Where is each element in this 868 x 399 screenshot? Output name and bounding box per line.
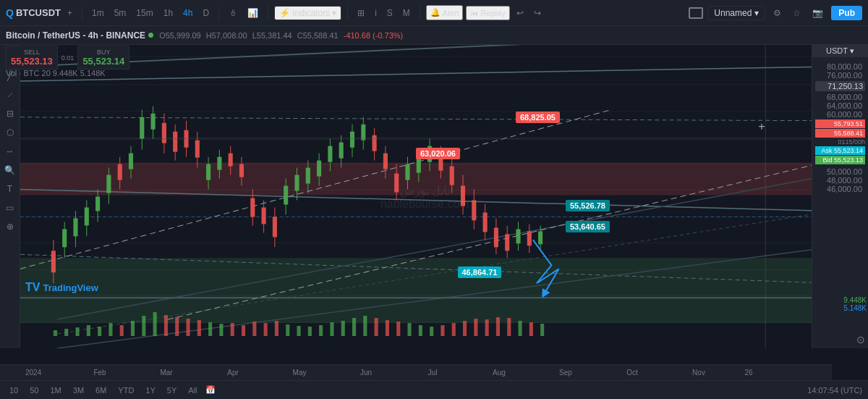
alert-icon: 🔔 (430, 8, 441, 17)
svg-rect-156 (529, 322, 533, 336)
time-26: 26 (744, 369, 752, 377)
camera-button[interactable]: 📷 (809, 7, 827, 20)
time-sep: Sep (559, 369, 572, 377)
spread-display: 0.01 (59, 46, 77, 70)
svg-rect-157 (540, 324, 544, 336)
buy-price: 55,523.14 (82, 56, 124, 67)
publish-button[interactable]: Pub (831, 6, 862, 20)
svg-rect-141 (363, 316, 367, 336)
layout-grid-button[interactable]: ⊞ (354, 7, 368, 20)
bar-type-button[interactable]: 📊 (244, 7, 262, 20)
s-button[interactable]: S (383, 7, 396, 20)
svg-rect-66 (284, 186, 288, 205)
svg-rect-24 (51, 251, 56, 272)
tf-3m[interactable]: 3M (69, 385, 88, 395)
price-label-55526: 55,526.78 (566, 200, 610, 211)
red-zone (20, 163, 832, 196)
tf-10[interactable]: 10 (6, 385, 22, 395)
i-button[interactable]: i (371, 7, 380, 20)
buy-box[interactable]: BUY 55,523.14 (77, 46, 129, 70)
symbol-full-name: Bitcoin / TetherUS - 4h - BINANCE (6, 30, 153, 41)
tf-all[interactable]: All (184, 385, 200, 395)
add-symbol-button[interactable]: + (64, 7, 76, 20)
vol-right-1: 9.448K (843, 296, 867, 304)
bottom-bar: 10 50 1M 3M 6M YTD 1Y 5Y All 📅 14:07:54 … (0, 380, 868, 399)
pattern-tool[interactable]: ⬡ (2, 125, 18, 140)
measure-tool[interactable]: ↔ (2, 143, 18, 159)
svg-rect-150 (463, 321, 467, 336)
svg-rect-145 (408, 323, 412, 336)
svg-rect-104 (494, 227, 498, 247)
shape-tool[interactable]: ▭ (2, 200, 18, 216)
time-mar: Mar (160, 369, 172, 377)
redo-button[interactable]: ↪ (530, 7, 545, 20)
tf-50[interactable]: 50 (26, 385, 42, 395)
calendar-icon[interactable]: 📅 (205, 385, 216, 395)
svg-rect-86 (394, 174, 399, 193)
settings-button[interactable]: ⚙ (770, 7, 785, 20)
star-button[interactable]: ☆ (789, 7, 804, 20)
timeframe-4h[interactable]: 4h (179, 7, 196, 20)
svg-rect-46 (173, 132, 177, 152)
undo-button[interactable]: ↩ (513, 7, 527, 20)
svg-rect-148 (441, 325, 444, 336)
tf-ytd[interactable]: YTD (114, 385, 137, 395)
top-toolbar: Q BTCUSDT + 1m 5m 15m 1h 4h D 🕯 📊 ⚡ Indi… (0, 0, 868, 26)
svg-rect-32 (95, 197, 100, 211)
star-icon: ☆ (793, 8, 801, 18)
svg-rect-78 (350, 132, 354, 148)
fib-tool[interactable]: ⊟ (2, 106, 18, 122)
chart-type-button[interactable]: 🕯 (225, 7, 241, 20)
tf-1y[interactable]: 1Y (142, 385, 158, 395)
svg-rect-64 (273, 217, 277, 237)
timeframe-1m[interactable]: 1m (88, 7, 108, 20)
high-value: H57,008.00 (206, 31, 247, 40)
grid-icon: ⊞ (357, 8, 365, 18)
svg-rect-62 (262, 207, 266, 224)
open-value: O55,999.09 (159, 31, 201, 40)
tf-6m[interactable]: 6M (92, 385, 110, 395)
svg-line-12 (20, 67, 832, 81)
ohlc-data: O55,999.09 H57,008.00 L55,381.44 C55,588… (159, 31, 406, 40)
svg-rect-96 (450, 167, 454, 185)
price-label-68825: 68,825.05 (516, 112, 560, 123)
separator-4 (347, 6, 348, 20)
svg-rect-153 (496, 317, 500, 336)
svg-text:+: + (758, 119, 765, 133)
tf-1m[interactable]: 1M (47, 385, 65, 395)
price-axis: USDT ▾ 80,000.00 76,000.00 71,250.13 68,… (812, 45, 868, 348)
separator-1 (82, 6, 82, 20)
replay-button[interactable]: ⏮ Replay (466, 6, 509, 20)
tv-logo-text: TradingView (43, 282, 98, 293)
indicators-button[interactable]: ⚡ Indicators ▾ (274, 6, 341, 20)
symbol-selector[interactable]: Q BTCUSDT (6, 7, 61, 19)
text-tool[interactable]: T (2, 181, 18, 197)
timestamp: 14:07:54 (UTC) (807, 386, 862, 395)
chart-area[interactable]: + 68,825.05 63,020.06 55,526.78 53,640.6… (0, 45, 832, 348)
fullscreen-icon[interactable] (689, 7, 703, 19)
channel-tool[interactable]: ⟋ (2, 87, 18, 103)
timeframe-D[interactable]: D (199, 7, 213, 20)
m-button[interactable]: M (399, 7, 414, 20)
svg-rect-142 (375, 318, 378, 336)
timeframe-15m[interactable]: 15m (132, 7, 156, 20)
currency-label[interactable]: USDT ▾ (812, 45, 868, 58)
svg-rect-144 (396, 322, 400, 336)
price-50k: 50,000.00 (815, 167, 865, 176)
svg-rect-80 (361, 125, 365, 140)
sell-box[interactable]: SELL 55,523.13 (6, 46, 58, 70)
svg-rect-115 (76, 327, 80, 336)
magnet-tool[interactable]: ⊕ (2, 219, 18, 235)
timeframe-5m[interactable]: 5m (111, 7, 130, 20)
tf-5y[interactable]: 5Y (163, 385, 180, 395)
target-icon[interactable]: ⊙ (856, 334, 865, 345)
alert-button[interactable]: 🔔 Alert (426, 5, 464, 20)
unnamed-button[interactable]: Unnamed ▾ (707, 6, 765, 20)
svg-rect-116 (87, 325, 90, 336)
price-label-53640: 53,640.65 (566, 221, 610, 232)
svg-rect-26 (62, 229, 67, 247)
svg-rect-138 (330, 322, 333, 336)
tradingview-logo: TV TradingView (25, 281, 98, 294)
timeframe-1h[interactable]: 1h (160, 7, 176, 20)
zoom-tool[interactable]: 🔍 (2, 162, 18, 178)
